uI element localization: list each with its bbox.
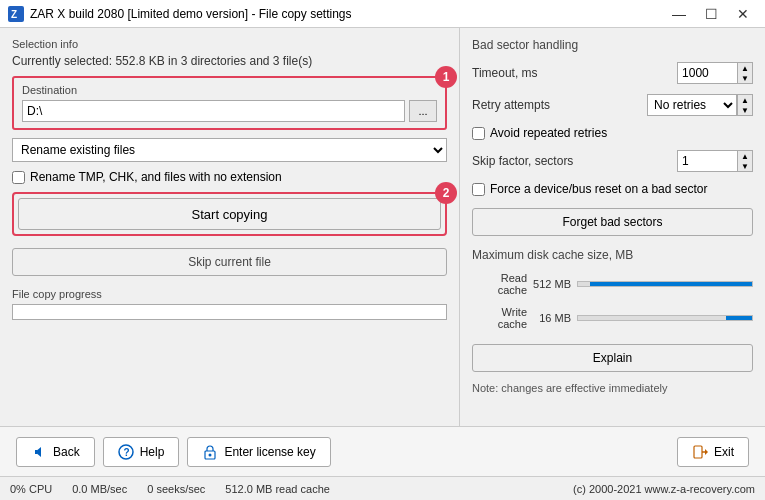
- retry-input-group: No retries 1 2 3 5 10 ▲ ▼: [647, 94, 753, 116]
- write-cache-label: Write cache: [472, 306, 527, 330]
- bad-sector-label: Bad sector handling: [472, 38, 753, 52]
- minimize-button[interactable]: —: [665, 4, 693, 24]
- skip-factor-input-group: ▲ ▼: [677, 150, 753, 172]
- status-bar: 0% CPU 0.0 MB/sec 0 seeks/sec 512.0 MB r…: [0, 476, 765, 500]
- progress-bar-container: [12, 304, 447, 320]
- read-cache-value: 512 MB: [533, 278, 571, 290]
- rename-tmp-checkbox[interactable]: [12, 171, 25, 184]
- app-icon: Z: [8, 6, 24, 22]
- title-controls: — ☐ ✕: [665, 4, 757, 24]
- progress-section: File copy progress: [12, 288, 447, 320]
- close-button[interactable]: ✕: [729, 4, 757, 24]
- retry-spin-buttons: ▲ ▼: [737, 94, 753, 116]
- retry-down-button[interactable]: ▼: [738, 105, 752, 115]
- write-cache-fill: [726, 316, 752, 320]
- skip-factor-down-button[interactable]: ▼: [738, 161, 752, 171]
- window-title: ZAR X build 2080 [Limited demo version] …: [30, 7, 351, 21]
- title-bar-left: Z ZAR X build 2080 [Limited demo version…: [8, 6, 351, 22]
- timeout-spin-buttons: ▲ ▼: [737, 62, 753, 84]
- read-cache-status: 512.0 MB read cache: [225, 483, 330, 495]
- svg-point-7: [209, 453, 212, 456]
- badge-1: 1: [435, 66, 457, 88]
- destination-row: ...: [22, 100, 437, 122]
- rename-tmp-label: Rename TMP, CHK, and files with no exten…: [30, 170, 282, 184]
- back-button[interactable]: Back: [16, 437, 95, 467]
- disk-cache-label: Maximum disk cache size, MB: [472, 248, 753, 262]
- mb-sec-status: 0.0 MB/sec: [72, 483, 127, 495]
- timeout-down-button[interactable]: ▼: [738, 73, 752, 83]
- forget-bad-sectors-button[interactable]: Forget bad sectors: [472, 208, 753, 236]
- skip-current-file-button[interactable]: Skip current file: [12, 248, 447, 276]
- svg-text:Z: Z: [11, 9, 17, 20]
- svg-rect-3: [35, 450, 37, 454]
- back-label: Back: [53, 445, 80, 459]
- skip-factor-input[interactable]: [677, 150, 737, 172]
- exit-label: Exit: [714, 445, 734, 459]
- file-copy-progress-label: File copy progress: [12, 288, 447, 300]
- read-cache-row: Read cache 512 MB: [472, 272, 753, 296]
- retry-up-button[interactable]: ▲: [738, 95, 752, 105]
- rename-tmp-row: Rename TMP, CHK, and files with no exten…: [12, 170, 447, 184]
- force-reset-label: Force a device/bus reset on a bad sector: [490, 182, 707, 196]
- help-icon: ?: [118, 444, 134, 460]
- write-cache-slider[interactable]: [577, 315, 753, 321]
- browse-button[interactable]: ...: [409, 100, 437, 122]
- rename-dropdown-wrapper: Rename existing files Overwrite existing…: [12, 138, 447, 162]
- explain-button[interactable]: Explain: [472, 344, 753, 372]
- skip-factor-label: Skip factor, sectors: [472, 154, 573, 168]
- force-reset-row: Force a device/bus reset on a bad sector: [472, 182, 753, 196]
- force-reset-checkbox[interactable]: [472, 183, 485, 196]
- exit-button[interactable]: Exit: [677, 437, 749, 467]
- start-btn-wrapper: 2 Start copying: [12, 192, 447, 236]
- read-cache-fill: [590, 282, 752, 286]
- seeks-status: 0 seeks/sec: [147, 483, 205, 495]
- selection-info-text: Currently selected: 552.8 KB in 3 direct…: [12, 54, 447, 68]
- timeout-label: Timeout, ms: [472, 66, 538, 80]
- rename-select[interactable]: Rename existing files Overwrite existing…: [12, 138, 447, 162]
- avoid-retries-row: Avoid repeated retries: [472, 126, 753, 140]
- help-label: Help: [140, 445, 165, 459]
- read-cache-slider[interactable]: [577, 281, 753, 287]
- timeout-up-button[interactable]: ▲: [738, 63, 752, 73]
- main-content: Selection info Currently selected: 552.8…: [0, 28, 765, 426]
- start-copying-button[interactable]: Start copying: [18, 198, 441, 230]
- cpu-status: 0% CPU: [10, 483, 52, 495]
- left-panel: Selection info Currently selected: 552.8…: [0, 28, 460, 426]
- selection-info-label: Selection info: [12, 38, 447, 50]
- write-cache-value: 16 MB: [533, 312, 571, 324]
- retry-attempts-row: Retry attempts No retries 1 2 3 5 10 ▲ ▼: [472, 94, 753, 116]
- skip-factor-spin-buttons: ▲ ▼: [737, 150, 753, 172]
- skip-factor-row: Skip factor, sectors ▲ ▼: [472, 150, 753, 172]
- svg-marker-10: [705, 449, 708, 455]
- badge-2: 2: [435, 182, 457, 204]
- avoid-retries-checkbox[interactable]: [472, 127, 485, 140]
- exit-icon: [692, 444, 708, 460]
- retry-select[interactable]: No retries 1 2 3 5 10: [647, 94, 737, 116]
- timeout-row: Timeout, ms ▲ ▼: [472, 62, 753, 84]
- destination-group: 1 Destination ...: [12, 76, 447, 130]
- back-icon: [31, 444, 47, 460]
- license-icon: [202, 444, 218, 460]
- destination-input[interactable]: [22, 100, 405, 122]
- maximize-button[interactable]: ☐: [697, 4, 725, 24]
- enter-license-button[interactable]: Enter license key: [187, 437, 330, 467]
- svg-rect-8: [694, 446, 702, 458]
- timeout-input-group: ▲ ▼: [677, 62, 753, 84]
- bottom-bar: Back ? Help Enter license key Exit: [0, 426, 765, 476]
- write-cache-row: Write cache 16 MB: [472, 306, 753, 330]
- svg-text:?: ?: [123, 447, 129, 458]
- right-panel: Bad sector handling Timeout, ms ▲ ▼ Retr…: [460, 28, 765, 426]
- read-cache-label: Read cache: [472, 272, 527, 296]
- selection-info-section: Selection info Currently selected: 552.8…: [12, 38, 447, 68]
- help-button[interactable]: ? Help: [103, 437, 180, 467]
- destination-label: Destination: [22, 84, 437, 96]
- bottom-btns-left: Back ? Help Enter license key: [16, 437, 331, 467]
- enter-license-label: Enter license key: [224, 445, 315, 459]
- retry-attempts-label: Retry attempts: [472, 98, 550, 112]
- skip-factor-up-button[interactable]: ▲: [738, 151, 752, 161]
- copyright-status: (c) 2000-2021 www.z-a-recovery.com: [573, 483, 755, 495]
- note-text: Note: changes are effective immediately: [472, 382, 753, 394]
- avoid-retries-label: Avoid repeated retries: [490, 126, 607, 140]
- title-bar: Z ZAR X build 2080 [Limited demo version…: [0, 0, 765, 28]
- timeout-input[interactable]: [677, 62, 737, 84]
